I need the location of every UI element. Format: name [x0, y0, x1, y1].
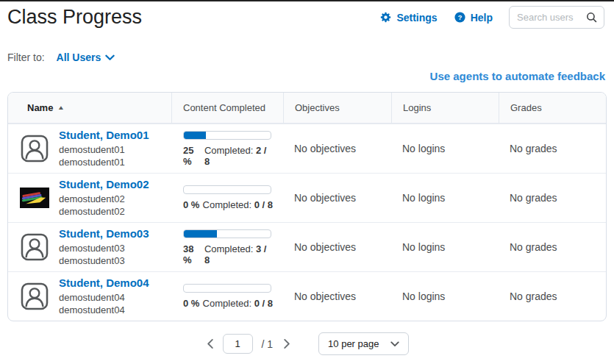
user-silhouette-icon [21, 282, 49, 310]
help-icon: ? [454, 11, 466, 24]
filter-dropdown[interactable]: All Users [57, 51, 115, 63]
progress-bar-fill [184, 132, 206, 139]
table-header-row: Name ▲ Content Completed Objectives Logi… [8, 93, 606, 124]
progress-percent: 25 % [183, 145, 204, 167]
completed-label: Completed: [204, 243, 253, 254]
objectives-cell: No objectives [283, 290, 391, 302]
student-username: demostudent04 [59, 304, 149, 316]
page-size-value: 10 per page [328, 338, 379, 349]
avatar [20, 233, 49, 261]
table-row: Student, Demo01 demostudent01 demostuden… [8, 124, 606, 173]
avatar [20, 282, 49, 310]
student-username: demostudent03 [59, 254, 149, 267]
progress-bar [183, 131, 271, 140]
pagination: 1 / 1 10 per page [0, 332, 614, 355]
student-name-link[interactable]: Student, Demo02 [59, 177, 149, 192]
column-header-name[interactable]: Name ▲ [8, 93, 171, 123]
page-size-dropdown[interactable]: 10 per page [318, 332, 409, 355]
objectives-cell: No objectives [283, 143, 391, 154]
search-icon[interactable] [585, 11, 598, 24]
student-username: demostudent01 [59, 156, 149, 168]
chevron-down-icon [390, 341, 399, 347]
content-completed-cell: 38 % Completed: 3 / 8 [171, 229, 283, 265]
student-name-cell: Student, Demo03 demostudent03 demostuden… [8, 226, 171, 267]
total-pages-label: / 1 [262, 338, 274, 350]
window-top-border [0, 0, 614, 1]
completed-label: Completed: [203, 298, 251, 309]
column-header-grades: Grades [499, 93, 606, 123]
table-row: Student, Demo03 demostudent03 demostuden… [8, 222, 606, 271]
completed-label: Completed: [204, 145, 253, 156]
sort-ascending-icon: ▲ [57, 104, 65, 111]
profile-photo [20, 188, 49, 208]
settings-label: Settings [396, 12, 437, 24]
grades-cell: No grades [499, 241, 606, 253]
progress-percent: 38 % [183, 243, 204, 265]
student-name-cell: Student, Demo04 demostudent04 demostuden… [8, 276, 171, 316]
avatar [20, 188, 49, 208]
column-header-content-completed: Content Completed [171, 93, 283, 123]
completed-value: 0 / 8 [254, 298, 273, 309]
search-users-box[interactable] [509, 6, 604, 29]
svg-text:?: ? [457, 14, 462, 21]
completed-label: Completed: [203, 199, 251, 210]
grades-cell: No grades [499, 143, 606, 154]
student-name-link[interactable]: Student, Demo03 [59, 226, 149, 241]
student-username: demostudent02 [59, 205, 149, 218]
topbar: Settings ? Help [379, 6, 604, 29]
filter-label: Filter to: [7, 51, 45, 63]
previous-page-button[interactable] [205, 338, 215, 349]
student-name-cell: Student, Demo01 demostudent01 demostuden… [8, 128, 171, 168]
settings-button[interactable]: Settings [379, 11, 437, 24]
filter-row: Filter to: All Users [7, 51, 115, 63]
chevron-down-icon [105, 54, 115, 61]
help-button[interactable]: ? Help [454, 11, 493, 24]
content-completed-cell: 0 % Completed: 0 / 8 [171, 185, 283, 210]
content-completed-cell: 25 % Completed: 2 / 8 [171, 131, 283, 167]
student-name-link[interactable]: Student, Demo01 [59, 128, 149, 143]
filter-value: All Users [57, 51, 101, 63]
column-header-logins: Logins [391, 93, 499, 123]
objectives-cell: No objectives [283, 241, 391, 253]
progress-bar [183, 284, 271, 293]
grades-cell: No grades [499, 290, 606, 302]
use-agents-link[interactable]: Use agents to automate feedback [430, 70, 605, 82]
logins-cell: No logins [391, 143, 499, 154]
student-org-id: demostudent02 [59, 193, 149, 205]
progress-bar-fill [184, 230, 217, 238]
student-org-id: demostudent01 [59, 143, 149, 156]
gear-icon [379, 11, 392, 24]
class-progress-table: Name ▲ Content Completed Objectives Logi… [7, 92, 607, 321]
progress-bar [183, 229, 271, 238]
content-completed-cell: 0 % Completed: 0 / 8 [171, 284, 283, 309]
current-page-input[interactable]: 1 [223, 334, 253, 354]
next-page-button[interactable] [282, 338, 292, 349]
user-silhouette-icon [21, 135, 49, 163]
table-row: Student, Demo02 demostudent02 demostuden… [8, 173, 606, 222]
logins-cell: No logins [391, 241, 499, 253]
student-name-link[interactable]: Student, Demo04 [59, 276, 149, 290]
grades-cell: No grades [499, 192, 606, 204]
user-silhouette-icon [21, 233, 49, 261]
progress-percent: 0 % [183, 298, 199, 309]
column-header-objectives: Objectives [283, 93, 391, 123]
student-org-id: demostudent03 [59, 242, 149, 254]
student-org-id: demostudent04 [59, 291, 149, 304]
logins-cell: No logins [391, 192, 499, 204]
avatar [20, 135, 49, 163]
logins-cell: No logins [391, 290, 499, 302]
search-users-input[interactable] [517, 12, 585, 23]
page-title: Class Progress [7, 6, 142, 29]
student-name-cell: Student, Demo02 demostudent02 demostuden… [8, 177, 171, 218]
help-label: Help [471, 12, 493, 24]
table-row: Student, Demo04 demostudent04 demostuden… [8, 271, 606, 321]
objectives-cell: No objectives [283, 192, 391, 204]
completed-value: 0 / 8 [254, 199, 273, 210]
progress-bar [183, 185, 271, 194]
class-progress-page: Class Progress Settings [0, 0, 614, 364]
progress-percent: 0 % [183, 199, 199, 210]
